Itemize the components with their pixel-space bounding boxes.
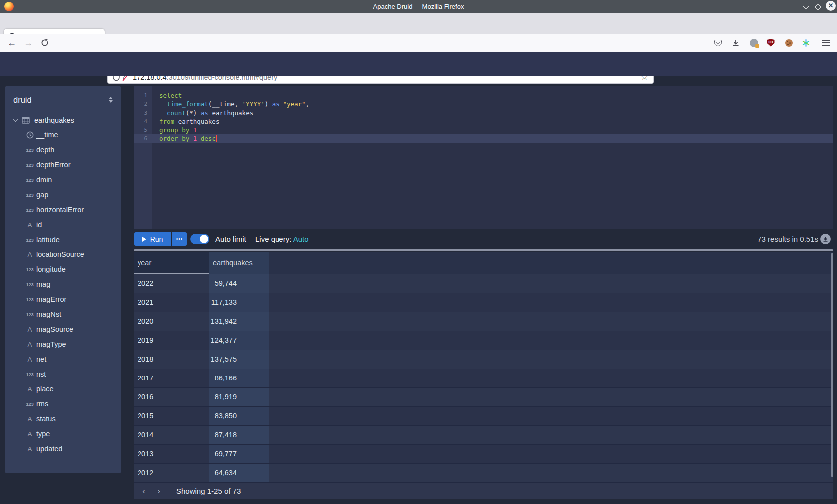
schema-sidebar: druid earthquakes __time 123depth 123dep… [5, 86, 121, 473]
cell-earthquakes[interactable]: 87,418 [209, 426, 269, 444]
results-table-header: year earthquakes [134, 252, 833, 274]
header-filler [269, 252, 833, 274]
column-name: gap [36, 191, 48, 199]
cell-year[interactable]: 2015 [134, 407, 209, 425]
line-number: 4 [134, 117, 152, 126]
sidebar-column-nst[interactable]: 123nst [5, 367, 121, 381]
line-number: 3 [134, 109, 152, 117]
sidebar-column-dmin[interactable]: 123dmin [5, 172, 121, 187]
auto-limit-label: Auto limit [215, 232, 246, 246]
column-name: depth [36, 146, 54, 154]
sidebar-column-magType[interactable]: AmagType [5, 337, 121, 352]
back-button[interactable]: ← [5, 34, 19, 52]
sidebar-table-earthquakes[interactable]: earthquakes [5, 113, 121, 127]
sidebar-column-net[interactable]: Anet [5, 352, 121, 367]
string-type-icon: A [23, 356, 36, 363]
sidebar-column-latitude[interactable]: 123latitude [5, 232, 121, 247]
prev-page-icon[interactable]: ‹ [137, 486, 151, 496]
cell-earthquakes[interactable]: 81,919 [209, 388, 269, 406]
tab-strip: Apache Druid × + [0, 13, 837, 34]
sidebar-column-mag[interactable]: 123mag [5, 277, 121, 292]
cell-earthquakes[interactable]: 117,133 [209, 293, 269, 312]
column-header-year[interactable]: year [134, 252, 209, 274]
multi-account-icon[interactable] [799, 34, 813, 52]
cell-year[interactable]: 2013 [134, 445, 209, 463]
cell-earthquakes[interactable]: 83,850 [209, 407, 269, 425]
sidebar-column-status[interactable]: Astatus [5, 411, 121, 426]
editor-line-active: 6order by 1 desc [134, 134, 833, 143]
live-query-control[interactable]: Live query: Auto [255, 232, 309, 246]
cell-year[interactable]: 2018 [134, 350, 209, 369]
horizontal-scrollbar[interactable] [134, 249, 833, 251]
sort-toggle-icon[interactable] [109, 97, 113, 103]
cell-year[interactable]: 2012 [134, 464, 209, 482]
cell-earthquakes[interactable]: 69,777 [209, 445, 269, 463]
sql-editor[interactable]: 1select 2 time_format(__time, 'YYYY') as… [134, 86, 833, 229]
window-title: Apache Druid — Mozilla Firefox [0, 0, 837, 13]
sidebar-column-__time[interactable]: __time [5, 127, 121, 142]
menu-hamburger-icon[interactable] [819, 34, 833, 52]
results-table-body: 202259,744 2021117,133 2020131,942 20191… [134, 274, 833, 483]
sidebar-column-longitude[interactable]: 123longitude [5, 262, 121, 277]
ublock-origin-icon[interactable]: uO [764, 34, 778, 52]
extension-lock-icon[interactable] [747, 34, 761, 52]
cell-earthquakes[interactable]: 124,377 [209, 331, 269, 350]
sidebar-column-magSource[interactable]: AmagSource [5, 322, 121, 337]
cell-year[interactable]: 2021 [134, 293, 209, 312]
run-button[interactable]: Run [134, 232, 171, 246]
string-type-icon: A [23, 445, 36, 453]
sidebar-column-horizontalError[interactable]: 123horizontalError [5, 202, 121, 217]
cell-earthquakes[interactable]: 64,634 [209, 464, 269, 482]
string-type-icon: A [23, 415, 36, 423]
cell-year[interactable]: 2017 [134, 369, 209, 387]
sidebar-column-magNst[interactable]: 123magNst [5, 307, 121, 322]
chevron-down-icon[interactable] [13, 117, 18, 122]
sidebar-column-id[interactable]: Aid [5, 217, 121, 232]
cell-year[interactable]: 2016 [134, 388, 209, 406]
table-row: 201264,634 [134, 464, 833, 483]
window-maximize-icon[interactable] [812, 2, 823, 11]
run-more-button[interactable]: ••• [172, 232, 187, 246]
download-results-icon[interactable] [820, 234, 831, 244]
column-header-earthquakes[interactable]: earthquakes [209, 252, 269, 274]
forward-button[interactable]: → [21, 34, 35, 52]
string-type-icon: A [23, 430, 36, 438]
cookie-extension-icon[interactable] [782, 34, 796, 52]
column-name: status [36, 415, 56, 423]
auto-limit-toggle[interactable] [190, 234, 209, 244]
pocket-icon[interactable] [711, 34, 725, 52]
cell-year[interactable]: 2019 [134, 331, 209, 350]
sidebar-column-rms[interactable]: 123rms [5, 396, 121, 411]
cell-year[interactable]: 2020 [134, 312, 209, 331]
number-type-icon: 123 [23, 297, 36, 302]
live-query-value[interactable]: Auto [293, 235, 309, 243]
window-titlebar: Apache Druid — Mozilla Firefox ✕ [0, 0, 837, 13]
sidebar-column-locationSource[interactable]: AlocationSource [5, 247, 121, 262]
cell-year[interactable]: 2014 [134, 426, 209, 444]
number-type-icon: 123 [23, 207, 36, 213]
sidebar-column-place[interactable]: Aplace [5, 381, 121, 396]
downloads-icon[interactable] [729, 34, 743, 52]
sidebar-column-depthError[interactable]: 123depthError [5, 157, 121, 172]
window-minimize-icon[interactable] [800, 2, 811, 11]
sidebar-column-updated[interactable]: Aupdated [5, 441, 121, 456]
sidebar-column-type[interactable]: Atype [5, 426, 121, 441]
sidebar-column-depth[interactable]: 123depth [5, 142, 121, 157]
sidebar-column-magError[interactable]: 123magError [5, 292, 121, 307]
vertical-scrollbar[interactable] [831, 253, 833, 477]
next-page-icon[interactable]: › [151, 486, 166, 496]
schema-name: druid [13, 95, 32, 105]
cell-earthquakes[interactable]: 137,575 [209, 350, 269, 369]
window-close-icon[interactable]: ✕ [825, 1, 836, 10]
cell-year[interactable]: 2022 [134, 274, 209, 293]
editor-line: 4from earthquakes [134, 117, 833, 126]
number-type-icon: 123 [23, 177, 36, 183]
reload-button[interactable] [38, 34, 52, 52]
cell-earthquakes[interactable]: 131,942 [209, 312, 269, 331]
sidebar-column-gap[interactable]: 123gap [5, 187, 121, 202]
cell-earthquakes[interactable]: 86,166 [209, 369, 269, 387]
results-summary: 73 results in 0.51s [698, 232, 818, 246]
pagination-bar: ‹ › Showing 1-25 of 73 [134, 483, 833, 499]
cell-earthquakes[interactable]: 59,744 [209, 274, 269, 293]
nav-divider [131, 112, 131, 122]
